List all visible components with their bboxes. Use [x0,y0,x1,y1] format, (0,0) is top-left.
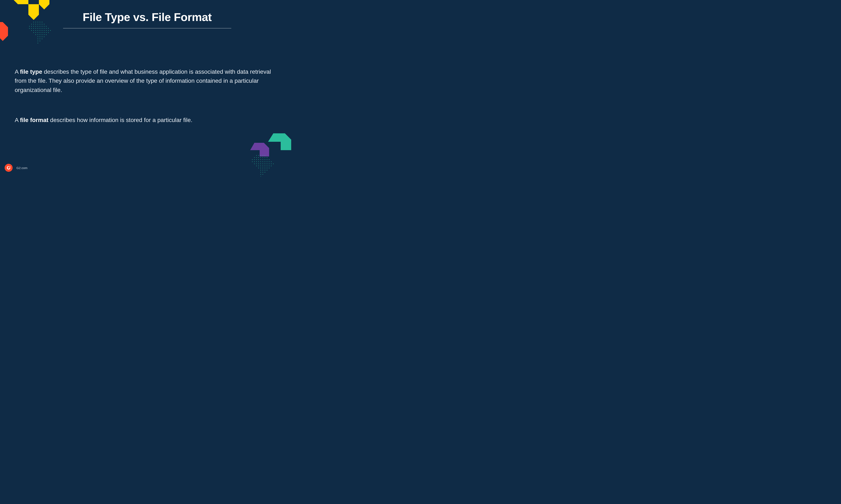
svg-point-124 [260,172,261,173]
svg-point-7 [36,24,36,24]
svg-point-91 [263,161,263,162]
svg-point-106 [256,166,257,166]
svg-point-72 [258,157,259,158]
svg-point-3 [40,22,40,22]
svg-point-13 [31,26,32,27]
svg-point-43 [38,32,38,33]
slide-title: File Type vs. File Format [83,11,212,23]
svg-point-9 [40,24,40,24]
svg-point-47 [46,32,47,33]
svg-point-102 [267,164,268,164]
svg-point-109 [263,166,263,166]
svg-point-31 [31,30,32,31]
svg-point-111 [267,166,268,166]
svg-point-35 [40,30,40,31]
svg-point-100 [263,164,263,164]
svg-point-17 [40,26,40,27]
svg-point-74 [263,157,263,158]
svg-point-82 [263,159,263,160]
footer-site-text: G2.com [16,166,28,170]
teal-dots-bottom-right [249,153,279,176]
svg-point-16 [38,26,38,27]
svg-point-0 [33,22,34,22]
svg-point-52 [42,34,42,35]
svg-point-87 [254,161,255,162]
svg-point-28 [44,28,45,29]
svg-point-110 [265,166,265,166]
svg-point-66 [258,155,259,156]
svg-point-107 [258,166,259,166]
svg-point-48 [48,32,49,33]
svg-point-112 [269,166,270,166]
svg-point-128 [263,174,263,175]
svg-point-96 [254,164,255,164]
svg-point-56 [40,37,40,37]
svg-point-120 [260,170,261,170]
svg-point-41 [33,32,34,33]
svg-point-51 [40,34,40,35]
svg-point-123 [267,170,268,170]
svg-point-11 [44,24,45,24]
svg-point-63 [40,41,40,41]
svg-point-40 [50,30,51,31]
svg-point-86 [252,161,253,162]
svg-point-80 [258,159,259,160]
svg-point-95 [271,161,272,162]
svg-point-6 [33,24,34,24]
paragraph-file-format: A file format describes how information … [15,115,280,125]
svg-point-85 [269,159,270,160]
svg-point-24 [36,28,36,29]
svg-point-12 [29,26,30,27]
svg-point-65 [256,155,257,156]
svg-point-118 [267,168,268,168]
svg-point-79 [256,159,257,160]
p1-bold-term: file type [20,69,42,75]
svg-point-55 [38,37,38,37]
svg-point-59 [38,39,38,39]
p1-rest: describes the type of file and what busi… [15,69,271,93]
svg-point-53 [44,34,45,35]
svg-point-1 [36,22,36,22]
svg-point-46 [44,32,45,33]
svg-point-4 [42,22,42,22]
svg-point-15 [36,26,36,27]
svg-point-10 [42,24,42,24]
svg-point-97 [256,164,257,164]
svg-point-94 [269,161,270,162]
svg-point-25 [38,28,38,29]
svg-point-103 [269,164,270,164]
svg-point-26 [40,28,40,29]
svg-point-77 [252,159,253,160]
svg-point-104 [271,164,272,164]
svg-point-44 [40,32,40,33]
svg-point-29 [46,28,47,29]
svg-point-105 [273,164,274,164]
svg-point-60 [40,39,40,39]
svg-point-125 [263,172,263,173]
svg-point-8 [38,24,38,24]
svg-point-89 [258,161,259,162]
svg-point-19 [44,26,45,27]
footer: 2 G2.com [5,164,28,172]
svg-point-92 [265,161,265,162]
svg-point-75 [265,157,265,158]
svg-point-62 [38,41,38,41]
svg-point-32 [33,30,34,31]
svg-point-57 [42,37,42,37]
svg-point-39 [48,30,49,31]
svg-point-38 [46,30,47,31]
svg-point-42 [36,32,36,33]
teal-arrow-shape [268,131,291,152]
svg-point-126 [265,172,265,173]
svg-point-121 [263,170,263,170]
svg-point-20 [46,26,47,27]
svg-point-21 [29,28,30,29]
svg-point-108 [260,166,261,166]
svg-point-23 [33,28,34,29]
svg-point-5 [31,24,32,24]
svg-point-45 [42,32,42,33]
svg-point-81 [260,159,261,160]
svg-point-58 [44,37,45,37]
svg-point-49 [36,34,36,35]
svg-point-119 [269,168,270,168]
